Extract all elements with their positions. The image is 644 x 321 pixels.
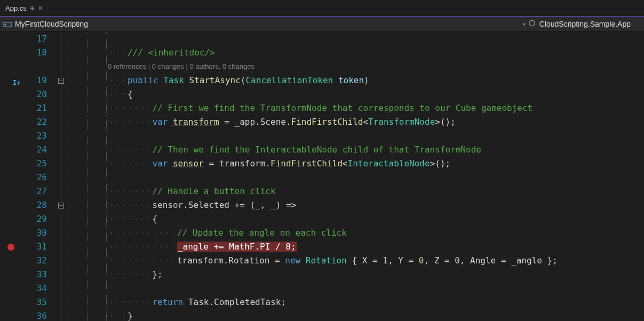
- code-line[interactable]: 28 − ·······sensor.Selected += (_, _) =>: [0, 198, 644, 212]
- line-number: 20: [23, 87, 57, 101]
- code-line[interactable]: 21 ·······// First we find the Transform…: [0, 101, 644, 115]
- line-number: 29: [23, 212, 57, 226]
- namespace-icon: [3, 20, 12, 28]
- code-line[interactable]: 29 ·······{: [0, 212, 644, 226]
- chevron-down-icon[interactable]: ▾: [521, 21, 528, 27]
- code-line[interactable]: 23: [0, 129, 644, 143]
- breakpoint-highlight: _angle += MathF.PI / 8;: [177, 242, 297, 252]
- tab-app-cs[interactable]: App.cs ⊕ ✕: [0, 0, 48, 16]
- code-line[interactable]: I↑ 19 − ···public Task StartAsync(Cancel…: [0, 74, 644, 87]
- fold-toggle-icon[interactable]: −: [58, 78, 64, 84]
- code-line[interactable]: 24 ·······// Then we find the Interactab…: [0, 143, 644, 157]
- code-line[interactable]: 34: [0, 282, 644, 295]
- breakpoint-icon[interactable]: [7, 244, 14, 251]
- tab-strip: App.cs ⊕ ✕: [0, 0, 644, 16]
- namespace-dropdown[interactable]: MyFirstCloudScripting: [15, 20, 88, 28]
- code-line[interactable]: 36 ···}: [0, 309, 644, 321]
- close-icon[interactable]: ✕: [38, 5, 43, 12]
- pin-icon[interactable]: ⊕: [30, 5, 35, 12]
- line-number: 19: [23, 74, 57, 87]
- line-number: 28: [23, 198, 57, 212]
- line-number: 21: [23, 101, 57, 115]
- code-line[interactable]: 33 ·······};: [0, 268, 644, 282]
- line-number: 31: [23, 240, 57, 254]
- code-line[interactable]: 22 ·······var transform = _app.Scene.Fin…: [0, 115, 644, 129]
- code-line[interactable]: 27 ·······// Handle a button click: [0, 184, 644, 198]
- line-number: 34: [23, 282, 57, 295]
- code-nav-bar: MyFirstCloudScripting ▾ CloudScripting.S…: [0, 16, 644, 32]
- svg-point-1: [5, 24, 6, 26]
- line-number: 22: [23, 115, 57, 129]
- code-line[interactable]: 32 ···········transform.Rotation = new R…: [0, 254, 644, 268]
- code-editor[interactable]: 17 18 ···/// <inheritdoc/> 0 references …: [0, 32, 644, 321]
- class-dropdown[interactable]: CloudScripting.Sample.App: [539, 20, 631, 28]
- line-number: 17: [23, 32, 57, 46]
- codelens-row[interactable]: 0 references | 0 changes | 0 authors, 0 …: [0, 60, 644, 74]
- line-number: 24: [23, 143, 57, 157]
- line-number: 25: [23, 157, 57, 171]
- fold-toggle-icon[interactable]: −: [58, 203, 64, 208]
- line-number: 18: [23, 46, 57, 60]
- code-line[interactable]: 30 ···········// Update the angle on eac…: [0, 226, 644, 240]
- line-number: 26: [23, 171, 57, 184]
- line-number: 33: [23, 268, 57, 282]
- code-line[interactable]: 35 ·······return Task.CompletedTask;: [0, 295, 644, 309]
- code-line[interactable]: 25 ·······var sensor = transform.FindFir…: [0, 157, 644, 171]
- tab-filename: App.cs: [5, 4, 27, 12]
- code-line[interactable]: 26: [0, 171, 644, 184]
- class-icon: [528, 20, 536, 28]
- code-line[interactable]: 17: [0, 32, 644, 46]
- line-number: 23: [23, 129, 57, 143]
- code-line[interactable]: 20 ···{: [0, 87, 644, 101]
- code-line[interactable]: 18 ···/// <inheritdoc/>: [0, 46, 644, 60]
- code-line[interactable]: 31 ···········_angle += MathF.PI / 8;: [0, 240, 644, 254]
- line-number: 35: [23, 295, 57, 309]
- line-number: 27: [23, 184, 57, 198]
- line-number: 36: [23, 309, 57, 321]
- line-number: 30: [23, 226, 57, 240]
- line-number: 32: [23, 254, 57, 268]
- codelens-text[interactable]: 0 references | 0 changes | 0 authors, 0 …: [107, 60, 255, 74]
